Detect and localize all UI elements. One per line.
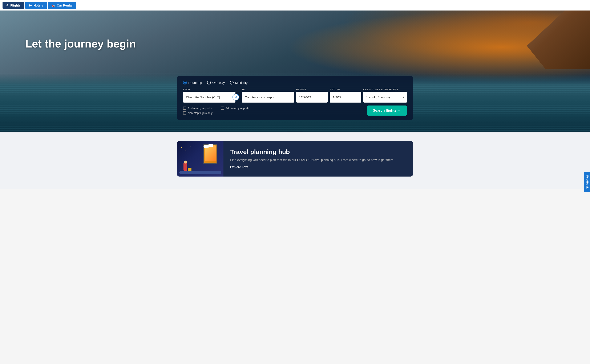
- multicity-circle: [230, 81, 234, 84]
- hero-title: Let the journey begin: [25, 38, 136, 50]
- flights-icon: ✈: [6, 3, 9, 7]
- depart-input[interactable]: [296, 92, 328, 103]
- return-input[interactable]: [330, 92, 361, 103]
- from-checkboxes: Add nearby airports Non-stop flights onl…: [183, 107, 213, 115]
- hub-illustration: [177, 141, 223, 176]
- illus-person-body: [183, 163, 187, 171]
- cabin-select[interactable]: 1 adult, Economy: [363, 92, 407, 103]
- roundtrip-radio[interactable]: Roundtrip: [183, 81, 202, 84]
- nearby-from-check[interactable]: Add nearby airports: [183, 107, 213, 110]
- below-hero: Travel planning hub Find everything you …: [0, 132, 590, 189]
- nav-hotels[interactable]: 🛏 Hotels: [25, 2, 47, 9]
- hub-description: Find everything you need to plan that tr…: [230, 158, 394, 162]
- cabin-field-group: Cabin Class & Travelers 1 adult, Economy: [363, 88, 407, 103]
- nearby-to-checkbox[interactable]: [221, 107, 224, 110]
- from-field-group: From ⇄: [183, 88, 235, 103]
- nav-car-rental[interactable]: 🚗 Car Rental: [48, 2, 76, 9]
- nonstop-checkbox[interactable]: [183, 111, 186, 115]
- nonstop-check[interactable]: Non-stop flights only: [183, 111, 213, 115]
- to-input[interactable]: [242, 92, 294, 103]
- from-input[interactable]: [183, 92, 235, 103]
- swap-button[interactable]: ⇄: [233, 94, 239, 100]
- from-label: From: [183, 88, 235, 91]
- hotels-label: Hotels: [34, 4, 43, 7]
- car-icon: 🚗: [52, 3, 55, 7]
- roundtrip-label: Roundtrip: [188, 81, 202, 84]
- bottom-row: Add nearby airports Non-stop flights onl…: [183, 105, 407, 116]
- nonstop-label: Non-stop flights only: [188, 111, 213, 115]
- illus-dot1: [181, 147, 182, 148]
- hub-link[interactable]: Explore now ›: [230, 165, 249, 169]
- multicity-radio[interactable]: Multi-city: [230, 81, 248, 84]
- nearby-from-label: Add nearby airports: [188, 107, 211, 110]
- car-rental-label: Car Rental: [57, 4, 73, 7]
- hub-content: Travel planning hub Find everything you …: [223, 143, 401, 175]
- nearby-to-check[interactable]: Add nearby airports: [221, 107, 249, 110]
- hub-title: Travel planning hub: [230, 148, 394, 156]
- main-nav: ✈ Flights 🛏 Hotels 🚗 Car Rental: [0, 0, 590, 11]
- feedback-tab[interactable]: Feedback: [584, 172, 590, 189]
- nearby-from-checkbox[interactable]: [183, 107, 186, 110]
- hero-chevron: [287, 131, 303, 132]
- search-flights-label: Search flights →: [373, 108, 401, 113]
- search-box: Roundtrip One way Multi-city From ⇄: [177, 76, 413, 120]
- hub-card: Travel planning hub Find everything you …: [177, 141, 413, 176]
- illus-dot3: [190, 146, 190, 147]
- nav-flights[interactable]: ✈ Flights: [2, 2, 24, 9]
- flights-label: Flights: [10, 4, 21, 7]
- roundtrip-circle: [183, 81, 187, 84]
- checkboxes-area: Add nearby airports Non-stop flights onl…: [183, 107, 249, 115]
- illus-path: [179, 171, 221, 174]
- depart-field-group: Depart: [296, 88, 328, 103]
- trip-type-row: Roundtrip One way Multi-city: [183, 81, 407, 84]
- to-checkboxes: Add nearby airports: [221, 107, 249, 115]
- hero-section: Let the journey begin Roundtrip One way …: [0, 11, 590, 132]
- oneway-label: One way: [212, 81, 225, 84]
- oneway-circle: [207, 81, 211, 84]
- cabin-label: Cabin Class & Travelers: [363, 88, 407, 91]
- to-label: To: [242, 88, 294, 91]
- fields-row: From ⇄ To Depart Return: [183, 88, 407, 103]
- nearby-to-label: Add nearby airports: [226, 107, 249, 110]
- return-field-group: Return: [330, 88, 361, 103]
- to-field-group: To: [238, 88, 294, 103]
- return-label: Return: [330, 88, 361, 91]
- illus-dot2: [186, 150, 186, 151]
- illus-person-head: [184, 161, 187, 163]
- from-wrapper: ⇄: [183, 92, 235, 103]
- oneway-radio[interactable]: One way: [207, 81, 225, 84]
- feedback-label: Feedback: [586, 175, 589, 189]
- multicity-label: Multi-city: [235, 81, 248, 84]
- cabin-select-wrapper: 1 adult, Economy: [363, 92, 407, 103]
- hotels-icon: 🛏: [29, 4, 32, 7]
- depart-label: Depart: [296, 88, 328, 91]
- search-flights-button[interactable]: Search flights →: [367, 105, 407, 116]
